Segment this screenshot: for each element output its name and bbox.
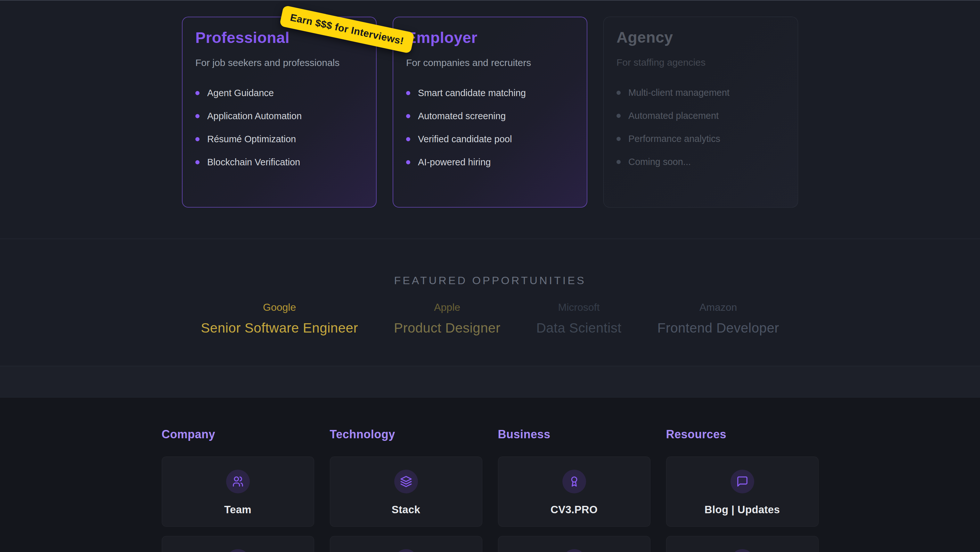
feature-list: Smart candidate matching Automated scree…	[406, 88, 574, 167]
feature-label: Coming soon...	[628, 157, 691, 167]
feature-item: Coming soon...	[617, 157, 785, 167]
feature-label: Automated placement	[628, 110, 719, 121]
bullet-dot-icon	[617, 137, 620, 141]
feature-item: Automated placement	[617, 111, 785, 120]
card-title: Agency	[617, 29, 785, 46]
tile-label: Stack	[330, 504, 482, 516]
job-role: Senior Software Engineer	[201, 321, 358, 336]
feature-label: Verified candidate pool	[418, 134, 512, 145]
footer-tile-partial[interactable]	[498, 536, 651, 552]
featured-title: FEATURED OPPORTUNITIES	[0, 274, 980, 287]
job-item-apple[interactable]: Apple Product Designer	[394, 302, 501, 336]
job-company: Amazon	[657, 302, 779, 313]
card-title: Employer	[406, 29, 574, 46]
pre-footer-band	[0, 366, 980, 397]
card-subtitle: For companies and recruiters	[406, 57, 574, 68]
footer-tile-team[interactable]: Team	[162, 456, 314, 527]
job-item-microsoft[interactable]: Microsoft Data Scientist	[536, 302, 621, 336]
footer-column-technology: Technology Stack	[330, 428, 482, 552]
feature-label: Performance analytics	[628, 134, 720, 144]
feature-label: Smart candidate matching	[418, 88, 526, 98]
feature-item: Blockchain Verification	[196, 157, 363, 167]
feature-item: Application Automation	[196, 111, 363, 121]
footer-column-resources: Resources Blog | Updates	[666, 428, 819, 552]
feature-item: Résumé Optimization	[196, 134, 363, 144]
hidden-icon	[730, 549, 754, 552]
job-company: Google	[201, 302, 358, 313]
hidden-icon	[226, 549, 250, 552]
feature-list: Multi-client management Automated placem…	[617, 88, 785, 167]
footer-tile-partial[interactable]	[330, 536, 482, 552]
feature-item: AI-powered hiring	[406, 157, 574, 167]
feature-item: Automated screening	[406, 111, 574, 121]
award-icon	[562, 470, 586, 493]
bullet-dot-icon	[617, 91, 620, 95]
jobs-carousel: Google Senior Software Engineer Apple Pr…	[0, 302, 980, 336]
featured-opportunities-section: FEATURED OPPORTUNITIES Google Senior Sof…	[0, 239, 980, 366]
feature-label: Blockchain Verification	[207, 157, 300, 168]
feature-label: Multi-client management	[628, 88, 730, 98]
feature-item: Multi-client management	[617, 88, 785, 97]
feature-item: Agent Guidance	[196, 88, 363, 98]
footer-column-company: Company Team	[162, 428, 314, 552]
bullet-dot-icon	[406, 114, 410, 118]
job-company: Microsoft	[536, 302, 621, 313]
pricing-card-professional[interactable]: Professional For job seekers and profess…	[182, 17, 377, 207]
pricing-cards-row: Professional For job seekers and profess…	[0, 1, 980, 207]
bullet-dot-icon	[196, 91, 199, 95]
landing-page: Earn $$$ for Interviews! Professional Fo…	[0, 0, 980, 552]
layers-icon	[394, 470, 418, 493]
card-subtitle: For job seekers and professionals	[196, 57, 363, 68]
hidden-icon	[394, 549, 418, 552]
hidden-icon	[562, 549, 586, 552]
bullet-dot-icon	[196, 114, 199, 118]
tile-label: CV3.PRO	[498, 504, 650, 516]
bullet-dot-icon	[406, 137, 410, 141]
footer-tile-stack[interactable]: Stack	[330, 456, 482, 527]
footer-tile-partial[interactable]	[666, 536, 819, 552]
disabled-card-content: Agency For staffing agencies Multi-clien…	[617, 29, 785, 167]
bullet-dot-icon	[617, 160, 620, 164]
pricing-card-employer[interactable]: Employer For companies and recruiters Sm…	[393, 17, 587, 207]
feature-label: AI-powered hiring	[418, 157, 491, 168]
footer-grid: Company Team Technology Stack	[0, 428, 980, 552]
job-company: Apple	[394, 302, 501, 313]
job-role: Frontend Developer	[657, 321, 779, 336]
feature-item: Smart candidate matching	[406, 88, 574, 98]
job-role: Data Scientist	[536, 321, 621, 336]
tile-label: Team	[162, 504, 314, 516]
message-icon	[730, 470, 754, 493]
footer-column-header: Business	[498, 428, 651, 441]
footer-column-header: Technology	[330, 428, 482, 441]
feature-item: Verified candidate pool	[406, 134, 574, 144]
feature-label: Résumé Optimization	[207, 134, 296, 145]
card-subtitle: For staffing agencies	[617, 57, 785, 68]
bullet-dot-icon	[196, 160, 199, 164]
tile-label: Blog | Updates	[667, 504, 818, 516]
footer-tile-blog[interactable]: Blog | Updates	[666, 456, 819, 527]
footer-column-business: Business CV3.PRO	[498, 428, 651, 552]
bullet-dot-icon	[196, 137, 199, 141]
pricing-section: Earn $$$ for Interviews! Professional Fo…	[0, 1, 980, 239]
feature-label: Application Automation	[207, 111, 302, 121]
bullet-dot-icon	[406, 160, 410, 164]
footer-tile-cv3pro[interactable]: CV3.PRO	[498, 456, 651, 527]
job-role: Product Designer	[394, 321, 501, 336]
footer-column-header: Resources	[666, 428, 819, 441]
footer-tile-partial[interactable]	[162, 536, 314, 552]
feature-list: Agent Guidance Application Automation Ré…	[196, 88, 363, 167]
feature-item: Performance analytics	[617, 134, 785, 144]
footer-section: Company Team Technology Stack	[0, 397, 980, 552]
bullet-dot-icon	[617, 114, 620, 118]
job-item-google[interactable]: Google Senior Software Engineer	[201, 302, 358, 336]
footer-column-header: Company	[162, 428, 314, 441]
bullet-dot-icon	[406, 91, 410, 95]
pricing-card-agency: Agency For staffing agencies Multi-clien…	[603, 17, 798, 207]
feature-label: Automated screening	[418, 111, 506, 121]
job-item-amazon[interactable]: Amazon Frontend Developer	[657, 302, 779, 336]
feature-label: Agent Guidance	[207, 88, 274, 98]
users-icon	[226, 470, 250, 493]
